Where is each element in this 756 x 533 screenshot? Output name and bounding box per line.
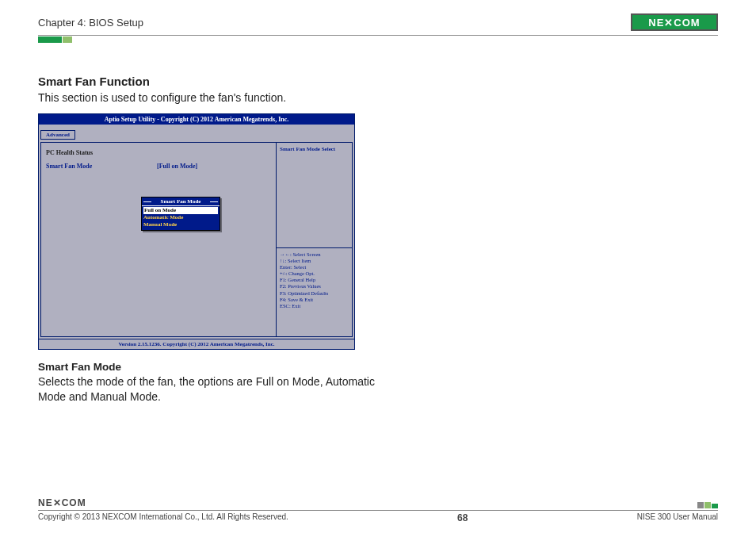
footer-divider [38, 510, 718, 511]
chapter-title: Chapter 4: BIOS Setup [38, 17, 143, 29]
bios-health-label: PC Health Status [46, 149, 271, 156]
footer-logo: NE✕COM [38, 497, 86, 508]
bios-key-hint: F3: Optimized Defaults [280, 290, 349, 297]
footer-manual-name: NISE 300 User Manual [637, 512, 718, 523]
bios-key-hint: Enter: Select [280, 264, 349, 270]
bios-key-hint: ESC: Exit [280, 303, 349, 309]
bios-tab-advanced: Advanced [40, 130, 75, 140]
footer-accent [697, 502, 718, 508]
header-accent [38, 36, 718, 43]
bios-key-hint: F2: Previous Values [280, 283, 349, 290]
popup-option-auto: Automatic Mode [143, 214, 218, 221]
bios-mode-label: Smart Fan Mode [46, 163, 157, 170]
page-number: 68 [457, 512, 468, 523]
bios-key-hint: F4: Save & Exit [280, 297, 349, 303]
bios-main-panel: PC Health Status Smart Fan Mode [Full on… [40, 142, 277, 337]
popup-option-full: Full on Mode [143, 207, 218, 214]
bios-key-hint: ↑↓: Select Item [280, 258, 349, 264]
brand-logo: NE✕COM [631, 13, 718, 31]
subsection-heading: Smart Fan Mode [38, 361, 387, 373]
bios-tab-bar: Advanced [39, 125, 354, 140]
bios-key-hint: →←: Select Screen [280, 251, 349, 258]
bios-popup-title: Smart Fan Mode [142, 197, 220, 206]
bios-mode-value: [Full on Mode] [157, 163, 197, 170]
bios-screenshot: Aptio Setup Utility - Copyright (C) 2012… [38, 113, 355, 350]
bios-key-hint: F1: General Help [280, 277, 349, 283]
bios-key-hint: +/-: Change Opt. [280, 270, 349, 277]
subsection-body: Selects the mode of the fan, the options… [38, 374, 379, 405]
bios-mode-popup: Smart Fan Mode Full on Mode Automatic Mo… [141, 197, 220, 231]
bios-title-bar: Aptio Setup Utility - Copyright (C) 2012… [39, 114, 354, 125]
section-description: This section is used to configure the fa… [38, 91, 387, 104]
header-divider [38, 35, 718, 36]
bios-help-panel: Smart Fan Mode Select [277, 142, 353, 248]
bios-keys-panel: →←: Select Screen ↑↓: Select Item Enter:… [277, 248, 353, 337]
bios-footer-bar: Version 2.15.1236. Copyright (C) 2012 Am… [39, 339, 354, 349]
popup-option-manual: Manual Mode [143, 221, 218, 228]
section-title: Smart Fan Function [38, 75, 387, 88]
footer-copyright: Copyright © 2013 NEXCOM International Co… [38, 512, 288, 523]
bios-mode-row: Smart Fan Mode [Full on Mode] [46, 163, 271, 170]
